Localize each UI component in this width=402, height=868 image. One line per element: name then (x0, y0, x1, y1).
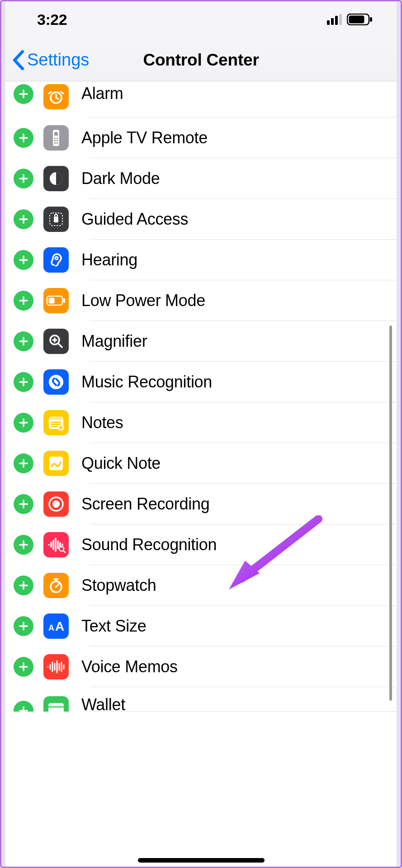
status-time: 3:22 (37, 11, 67, 28)
svg-text:A: A (55, 619, 64, 633)
soundwave-icon (43, 532, 69, 557)
add-button[interactable] (14, 413, 33, 433)
battery-icon (347, 14, 373, 25)
svg-rect-0 (327, 20, 330, 25)
control-row-hearing[interactable]: Hearing (5, 240, 397, 280)
control-row-quick-note[interactable]: Quick Note (5, 443, 397, 484)
home-indicator[interactable] (138, 858, 265, 863)
add-button[interactable] (14, 84, 33, 104)
control-row-low-power-mode[interactable]: Low Power Mode (5, 280, 397, 321)
control-row-music-recognition[interactable]: Music Recognition (5, 362, 397, 402)
control-row-stopwatch[interactable]: Stopwatch (5, 565, 397, 606)
svg-rect-14 (54, 142, 56, 144)
control-label: Stopwatch (81, 576, 156, 595)
control-label: Dark Mode (81, 169, 160, 188)
add-button[interactable] (14, 331, 33, 351)
control-label: Hearing (81, 250, 137, 269)
control-row-notes[interactable]: Notes (5, 402, 397, 443)
control-row-apple-tv-remote[interactable]: Apple TV Remote (5, 118, 397, 158)
control-label: Guided Access (81, 210, 188, 229)
plus-icon (18, 295, 29, 306)
control-row-dark-mode[interactable]: Dark Mode (5, 158, 397, 199)
add-button[interactable] (14, 616, 33, 636)
plus-icon (18, 377, 29, 387)
control-label: Voice Memos (81, 657, 178, 676)
svg-text:A: A (48, 623, 54, 632)
control-label: Music Recognition (81, 373, 212, 392)
add-button[interactable] (14, 576, 33, 595)
svg-rect-21 (49, 298, 55, 304)
quicknote-icon (43, 451, 69, 476)
add-button[interactable] (14, 128, 33, 148)
control-label: Notes (81, 413, 123, 432)
record-icon (43, 491, 69, 517)
add-button[interactable] (14, 701, 33, 712)
plus-icon (18, 539, 29, 550)
svg-rect-13 (57, 140, 58, 142)
back-label: Settings (27, 50, 89, 70)
control-label: Magnifier (81, 332, 147, 351)
control-label: Text Size (81, 617, 146, 636)
plus-icon (18, 89, 29, 99)
add-button[interactable] (14, 535, 33, 555)
control-label: Quick Note (81, 454, 161, 473)
svg-point-19 (55, 257, 58, 259)
textsize-icon: AA (43, 613, 69, 639)
darkmode-icon (43, 166, 69, 191)
controls-scroll-area[interactable]: Alarm Apple TV Remote Dark Mode Guided A… (5, 81, 397, 868)
control-label: Screen Recording (81, 495, 209, 514)
control-row-screen-recording[interactable]: Screen Recording (5, 484, 397, 524)
back-button[interactable]: Settings (5, 50, 89, 70)
plus-icon (18, 705, 29, 712)
ear-icon (43, 247, 69, 273)
svg-rect-37 (48, 706, 64, 708)
plus-icon (18, 580, 29, 591)
add-button[interactable] (14, 494, 33, 514)
svg-point-24 (49, 375, 63, 389)
control-label: Wallet (81, 695, 125, 712)
svg-rect-6 (370, 17, 372, 22)
svg-rect-5 (349, 16, 364, 24)
control-row-alarm[interactable]: Alarm (5, 81, 397, 118)
add-button[interactable] (14, 209, 33, 229)
scroll-indicator[interactable] (389, 326, 392, 701)
control-label: Alarm (81, 84, 123, 103)
plus-icon (18, 336, 29, 347)
svg-rect-2 (335, 16, 338, 25)
control-row-text-size[interactable]: AA Text Size (5, 606, 397, 646)
svg-rect-15 (57, 142, 58, 144)
control-row-wallet[interactable]: Wallet (5, 687, 397, 712)
control-row-sound-recognition[interactable]: Sound Recognition (5, 524, 397, 565)
control-label: Sound Recognition (81, 535, 217, 554)
plus-icon (18, 214, 29, 225)
plus-icon (18, 255, 29, 265)
svg-rect-26 (49, 416, 63, 420)
add-button[interactable] (14, 453, 33, 473)
plus-icon (18, 621, 29, 632)
svg-rect-11 (57, 138, 58, 139)
control-row-voice-memos[interactable]: Voice Memos (5, 646, 397, 687)
chevron-left-icon (12, 50, 25, 70)
battery-icon (43, 288, 69, 313)
wallet-icon (43, 696, 69, 712)
alarm-icon (43, 84, 69, 109)
plus-icon (18, 173, 29, 184)
svg-rect-1 (331, 18, 334, 25)
plus-icon (18, 417, 29, 428)
add-button[interactable] (14, 250, 33, 270)
add-button[interactable] (14, 291, 33, 311)
stopwatch-icon (43, 573, 69, 598)
plus-icon (18, 458, 29, 469)
more-controls-list: Alarm Apple TV Remote Dark Mode Guided A… (5, 81, 397, 712)
add-button[interactable] (14, 169, 33, 189)
status-bar: 3:22 (5, 0, 397, 39)
add-button[interactable] (14, 372, 33, 392)
remote-icon (43, 125, 69, 151)
magnifier-icon (43, 329, 69, 354)
control-row-guided-access[interactable]: Guided Access (5, 199, 397, 240)
add-button[interactable] (14, 657, 33, 677)
svg-rect-10 (54, 138, 56, 139)
notes-icon (43, 410, 69, 435)
shazam-icon (43, 369, 69, 395)
control-row-magnifier[interactable]: Magnifier (5, 321, 397, 362)
